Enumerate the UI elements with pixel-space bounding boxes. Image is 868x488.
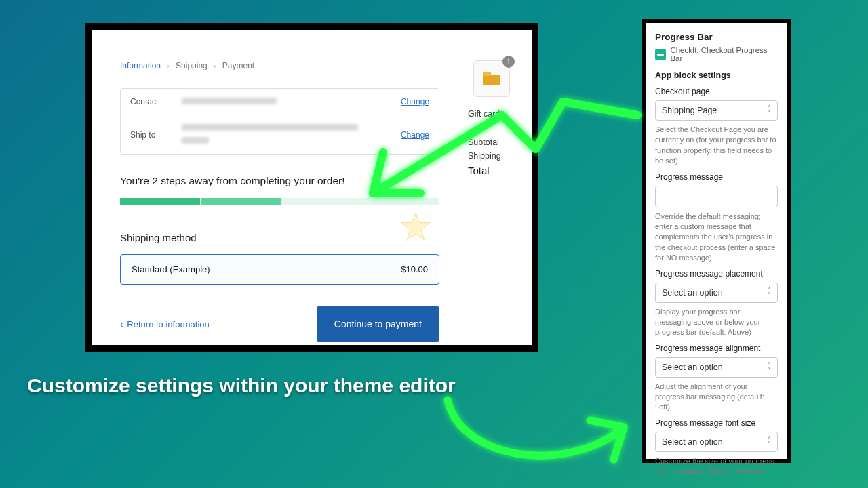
- return-to-information-link[interactable]: ‹ Return to information: [120, 319, 210, 329]
- checkout-main-column: Information › Shipping › Payment Contact…: [92, 30, 468, 345]
- continue-to-payment-button[interactable]: Continue to payment: [317, 306, 439, 342]
- svg-rect-0: [483, 75, 500, 85]
- shipping-option-name: Standard (Example): [132, 264, 210, 274]
- total-label: Total: [468, 165, 532, 176]
- folder-icon: [483, 72, 500, 85]
- alignment-label: Progress message alignment: [655, 344, 778, 353]
- return-link-label: Return to information: [127, 319, 209, 329]
- subtotal-label: Subtotal: [468, 138, 532, 147]
- checkout-window: Information › Shipping › Payment Contact…: [85, 23, 538, 352]
- progress-bar: [120, 198, 439, 205]
- app-name: CheckIt: Checkout Progress Bar: [670, 46, 778, 62]
- alignment-select[interactable]: Select an option ˄˅: [655, 357, 778, 378]
- cart-count-badge: 1: [502, 56, 515, 68]
- progress-segment-2: [201, 198, 281, 205]
- progress-message-input[interactable]: [655, 186, 778, 207]
- crumb-payment[interactable]: Payment: [222, 61, 254, 70]
- chevron-right-icon: ›: [167, 62, 169, 70]
- settings-panel: Progress Bar CheckIt: Checkout Progress …: [642, 19, 791, 463]
- checkout-page-label: Checkout page: [655, 87, 778, 96]
- arrow-annotation-2: [434, 380, 658, 481]
- checkout-footer: ‹ Return to information Continue to paym…: [120, 306, 439, 342]
- placement-value: Select an option: [662, 288, 723, 298]
- placement-select[interactable]: Select an option ˄˅: [655, 283, 778, 303]
- placement-label: Progress message placement: [655, 269, 778, 279]
- summary-row-contact: Contact Change: [121, 89, 439, 115]
- gift-card-label[interactable]: Gift card: [468, 109, 532, 119]
- settings-section-header: App block settings: [655, 70, 778, 80]
- fontsize-help: Customize the size of your progress bar …: [655, 456, 778, 477]
- select-icon: ˄˅: [768, 288, 771, 298]
- checkout-page-help: Select the Checkout Page you are current…: [655, 125, 778, 167]
- placement-help: Display your progress bar messaging abov…: [655, 307, 778, 338]
- alignment-help: Adjust the alignment of your progress ba…: [655, 382, 778, 413]
- settings-panel-title: Progress Bar: [655, 32, 778, 42]
- crumb-shipping[interactable]: Shipping: [176, 61, 208, 70]
- shipping-option[interactable]: Standard (Example) $10.00: [120, 254, 439, 285]
- change-shipto-link[interactable]: Change: [401, 130, 429, 140]
- progress-message-label: Progress message: [655, 172, 778, 182]
- progress-message: You're 2 steps away from completing your…: [120, 175, 439, 187]
- marketing-tagline: Customize settings within your theme edi…: [27, 374, 456, 397]
- app-identifier: CheckIt: Checkout Progress Bar: [655, 46, 778, 62]
- chevron-right-icon: ›: [214, 62, 216, 70]
- select-icon: ˄˅: [768, 437, 771, 447]
- select-icon: ˄˅: [768, 106, 771, 115]
- shipping-method-header: Shipping method: [120, 232, 439, 243]
- svg-rect-1: [483, 72, 491, 76]
- shipping-label: Shipping: [468, 151, 532, 161]
- chevron-left-icon: ‹: [120, 319, 123, 329]
- crumb-information[interactable]: Information: [120, 61, 161, 70]
- checkout-page-select[interactable]: Shipping Page ˄˅: [655, 100, 778, 121]
- summary-contact-value: [182, 97, 401, 106]
- breadcrumb: Information › Shipping › Payment: [120, 61, 439, 70]
- app-icon: [655, 49, 666, 60]
- fontsize-label: Progress message font size: [655, 418, 778, 428]
- shipping-option-price: $10.00: [401, 264, 428, 274]
- progress-message-help: Override the default messaging; enter a …: [655, 211, 778, 264]
- checkout-order-summary: 1 Gift card Subtotal Shipping Total: [468, 30, 532, 345]
- progress-segment-1: [120, 198, 200, 205]
- change-contact-link[interactable]: Change: [401, 97, 429, 106]
- summary-row-shipto: Ship to Change: [121, 115, 439, 154]
- summary-shipto-label: Ship to: [130, 130, 182, 140]
- product-thumbnail: 1: [473, 60, 510, 97]
- alignment-value: Select an option: [662, 363, 723, 372]
- fontsize-value: Select an option: [662, 437, 723, 447]
- summary-contact-label: Contact: [130, 97, 182, 106]
- summary-box: Contact Change Ship to Change: [120, 88, 439, 155]
- fontsize-select[interactable]: Select an option ˄˅: [655, 432, 778, 452]
- select-icon: ˄˅: [768, 363, 771, 372]
- checkout-page-value: Shipping Page: [662, 106, 717, 115]
- summary-shipto-value: [182, 123, 401, 146]
